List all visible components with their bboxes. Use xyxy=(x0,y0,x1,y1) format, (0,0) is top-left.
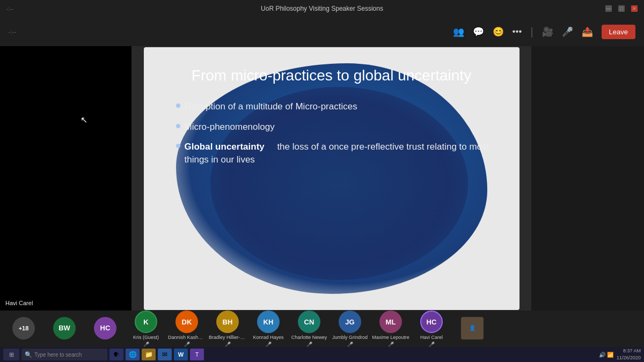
date: 11/26/2020 xyxy=(617,354,641,361)
avatar-kh: KH xyxy=(257,311,280,333)
participant-name-ml: Maxime Lepoutre xyxy=(372,335,409,340)
participant-bh: BH Bradley Hillier-smith (... 🎤 xyxy=(208,311,247,347)
taskbar-icons: 🔊 📶 xyxy=(599,352,613,358)
avatar-kris: K xyxy=(135,311,157,333)
participant-name-hc2: Havi Carel xyxy=(420,335,443,340)
share-icon[interactable]: 📤 xyxy=(582,26,593,38)
participant-name-kris: Kris (Guest) xyxy=(133,335,159,340)
mic-icon-bh: 🎤 xyxy=(225,342,231,347)
avatar-cn: CN xyxy=(298,311,320,333)
avatar-overflow: +18 xyxy=(12,317,35,339)
slide-title: From micro-practices to global uncertain… xyxy=(171,66,493,85)
mic-icon[interactable]: 🎤 xyxy=(562,26,573,38)
start-button[interactable]: ⊞ xyxy=(3,349,19,360)
title-bar-left-controls: -:-- xyxy=(6,5,39,12)
bullet-text-2: Micro-phenomenology xyxy=(185,121,493,134)
camera-icon[interactable]: 🎥 xyxy=(542,26,553,38)
avatar-dk: DK xyxy=(175,311,198,333)
mic-icon-hc2: 🎤 xyxy=(429,342,435,347)
mic-icon-cn: 🎤 xyxy=(306,342,312,347)
bullet-item-1: Disruption of a multitude of Micro-pract… xyxy=(176,100,493,113)
participant-name-bh: Bradley Hillier-smith (... xyxy=(209,335,246,340)
bullet-dot-3 xyxy=(176,144,180,148)
bullet-dot-1 xyxy=(176,104,180,108)
maximize-button[interactable]: □ xyxy=(618,5,625,12)
minimize-button[interactable]: — xyxy=(605,5,612,12)
avatar-hc1: HC xyxy=(94,317,116,339)
more-icon[interactable]: ••• xyxy=(513,26,522,37)
bullet-bold-text: Global uncertainty xyxy=(185,142,265,152)
cursor: ↖ xyxy=(80,116,86,121)
participant-last: 👤 xyxy=(453,317,492,341)
mic-icon-kh: 🎤 xyxy=(266,342,272,347)
participant-name-kh: Konrad Hayes xyxy=(253,335,283,340)
avatar-ml: ML xyxy=(379,311,402,333)
participants-bar: +18 BW HC K Kris (Guest) 🎤 DK Dannish Ka… xyxy=(0,311,644,347)
leave-button[interactable]: Leave xyxy=(602,25,635,39)
right-panel xyxy=(531,46,644,311)
participant-hc2: HC Havi Carel 🎤 xyxy=(412,311,451,347)
reactions-icon[interactable]: 😊 xyxy=(493,26,504,38)
time: 8:37 AM xyxy=(617,348,641,354)
window-title: UoR Philosophy Visiting Speaker Sessions xyxy=(39,5,605,12)
taskbar-right: 🔊 📶 8:37 AM 11/26/2020 xyxy=(599,348,641,361)
mic-icon-ml: 🎤 xyxy=(388,342,394,347)
window-controls: — □ ✕ xyxy=(605,5,638,12)
taskbar-app-teams[interactable]: T xyxy=(190,349,204,360)
avatar-hc2: HC xyxy=(420,311,443,333)
avatar-bh: BH xyxy=(216,311,239,333)
participant-name-dk: Dannish Kashmiri xyxy=(168,335,206,340)
avatar-bw: BW xyxy=(53,317,76,339)
search-placeholder: Type here to search xyxy=(34,352,82,358)
taskbar-app-word[interactable]: W xyxy=(174,349,188,360)
taskbar-app-cortana[interactable]: 🗣 xyxy=(109,349,123,360)
participant-hc1: HC xyxy=(86,317,125,341)
chat-icon[interactable]: 💬 xyxy=(473,26,484,38)
participants-icon[interactable]: 👥 xyxy=(453,26,464,38)
search-icon: 🔍 xyxy=(25,351,32,358)
participant-bw: BW xyxy=(45,317,84,341)
mic-icon-jg: 🎤 xyxy=(347,342,353,347)
bullet-text-1: Disruption of a multitude of Micro-pract… xyxy=(185,100,493,113)
avatar-last: 👤 xyxy=(461,317,484,339)
bullet-item-3: Global uncertainty the loss of a once pr… xyxy=(176,141,493,166)
participant-name-jg: Jumbly Grindrod xyxy=(332,335,368,340)
taskbar-app-explorer[interactable]: 📁 xyxy=(142,349,156,360)
title-bar: -:-- UoR Philosophy Visiting Speaker Ses… xyxy=(0,0,644,17)
taskbar-app-edge[interactable]: 🌐 xyxy=(126,349,140,360)
participant-jg: JG Jumbly Grindrod 🎤 xyxy=(331,311,369,347)
close-button[interactable]: ✕ xyxy=(631,5,638,12)
speaker-label: Havi Carel xyxy=(5,300,33,306)
participant-ml: ML Maxime Lepoutre 🎤 xyxy=(371,311,410,347)
avatar-jg: JG xyxy=(339,311,361,333)
taskbar-search[interactable]: 🔍 Type here to search xyxy=(21,349,107,360)
mic-icon-dk: 🎤 xyxy=(184,342,190,347)
participant-dk: DK Dannish Kashmiri 🎤 xyxy=(167,311,206,347)
bullet-item-2: Micro-phenomenology xyxy=(176,121,493,134)
taskbar: ⊞ 🔍 Type here to search 🗣 🌐 📁 ✉ W T 🔊 📶 … xyxy=(0,347,644,362)
title-bar-drag-label: -:-- xyxy=(6,6,13,12)
presentation-slide: From micro-practices to global uncertain… xyxy=(144,47,519,310)
toolbar-left: -:-- xyxy=(9,28,16,35)
main-content: ↖ Havi Carel From micro-practices to glo… xyxy=(0,46,644,311)
participant-kris: K Kris (Guest) 🎤 xyxy=(127,311,165,347)
participant-kh: KH Konrad Hayes 🎤 xyxy=(249,311,288,347)
participant-name-cn: Charlotte Newey xyxy=(291,335,327,340)
mic-icon-kris: 🎤 xyxy=(143,342,149,347)
slide-area: From micro-practices to global uncertain… xyxy=(131,46,531,311)
slide-content: From micro-practices to global uncertain… xyxy=(144,47,519,193)
slide-bullets: Disruption of a multitude of Micro-pract… xyxy=(171,100,493,166)
toolbar-controls: 👥 💬 😊 ••• | 🎥 🎤 📤 Leave xyxy=(453,25,635,39)
bullet-dot-2 xyxy=(176,124,180,128)
participant-overflow: +18 xyxy=(4,317,43,341)
meeting-toolbar: -:-- 👥 💬 😊 ••• | 🎥 🎤 📤 Leave xyxy=(0,17,644,46)
bullet-text-3: Global uncertainty the loss of a once pr… xyxy=(185,141,493,166)
left-panel: ↖ Havi Carel xyxy=(0,46,131,311)
time-display: 8:37 AM 11/26/2020 xyxy=(617,348,641,361)
participant-cn: CN Charlotte Newey 🎤 xyxy=(290,311,328,347)
taskbar-app-mail[interactable]: ✉ xyxy=(158,349,172,360)
divider: | xyxy=(530,26,533,38)
